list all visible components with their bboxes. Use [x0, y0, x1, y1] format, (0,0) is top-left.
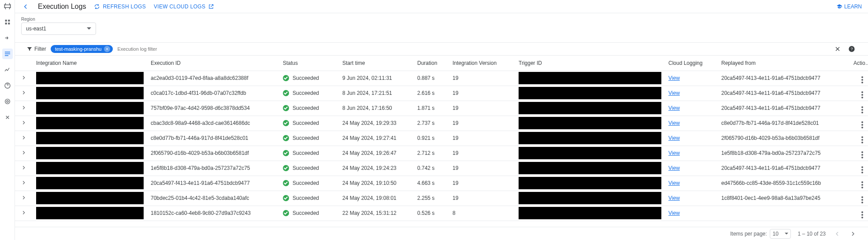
table-row[interactable]: c8e0d77b-fb71-446a-917d-8f41de528c01 Suc… — [15, 131, 868, 146]
view-cloud-log-link[interactable]: View — [668, 135, 680, 141]
row-actions-button[interactable] — [850, 161, 868, 176]
col-trigger-id[interactable]: Trigger ID — [515, 56, 665, 71]
status-text: Succeeded — [293, 75, 319, 81]
nav-logs-icon[interactable] — [2, 49, 13, 59]
region-select[interactable]: us-east1 — [21, 22, 96, 35]
cell-trigger-id — [515, 71, 665, 86]
nav-help-icon[interactable] — [2, 80, 13, 91]
redacted-block — [519, 132, 661, 144]
col-integration-version[interactable]: Integration Version — [449, 56, 515, 71]
cell-replayed-from — [718, 206, 850, 221]
view-cloud-logs-button[interactable]: VIEW CLOUD LOGS — [154, 4, 214, 10]
cell-duration: 0.742 s — [414, 161, 449, 176]
cell-duration: 4.663 s — [414, 176, 449, 191]
cell-integration-name — [33, 86, 147, 101]
expand-row-button[interactable] — [15, 176, 33, 191]
view-cloud-log-link[interactable]: View — [668, 150, 680, 156]
row-actions-button[interactable] — [850, 191, 868, 206]
col-execution-id[interactable]: Execution ID — [147, 56, 279, 71]
expand-row-button[interactable] — [15, 191, 33, 206]
expand-row-button[interactable] — [15, 206, 33, 221]
row-actions-button[interactable] — [850, 176, 868, 191]
table-row[interactable]: 757bf09e-97ac-4d42-9598-d6c3878dd534 Suc… — [15, 101, 868, 116]
row-actions-button[interactable] — [850, 101, 868, 116]
table-row[interactable]: 1810152c-ca60-4eb8-9c80-27d9a37c9243 Suc… — [15, 206, 868, 221]
redacted-block — [36, 177, 144, 189]
row-actions-button[interactable] — [850, 206, 868, 221]
cell-start-time: 8 Jun 2024, 17:21:51 — [339, 86, 414, 101]
view-cloud-log-link[interactable]: View — [668, 105, 680, 111]
expand-row-button[interactable] — [15, 131, 33, 146]
col-start-time[interactable]: Start time — [339, 56, 414, 71]
nav-connectors-icon[interactable] — [2, 112, 13, 123]
cell-start-time: 9 Jun 2024, 02:11:31 — [339, 71, 414, 86]
kebab-icon — [861, 76, 863, 83]
back-button[interactable] — [21, 2, 30, 11]
nav-dashboard-icon[interactable] — [2, 17, 13, 27]
clear-filter-button[interactable] — [833, 44, 842, 54]
filter-chip-remove[interactable] — [104, 46, 110, 52]
view-cloud-log-link[interactable]: View — [668, 120, 680, 126]
prev-page-button[interactable] — [833, 229, 842, 238]
table-row[interactable]: 70bdec25-01b4-4c42-81e5-3cdaba140afc Suc… — [15, 191, 868, 206]
cell-start-time: 24 May 2024, 19:29:33 — [339, 116, 414, 131]
cell-trigger-id — [515, 176, 665, 191]
learn-button[interactable]: LEARN — [836, 4, 862, 10]
cell-trigger-id — [515, 161, 665, 176]
view-cloud-log-link[interactable]: View — [668, 165, 680, 171]
col-integration-name[interactable]: Integration Name — [33, 56, 147, 71]
cell-execution-id: 70bdec25-01b4-4c42-81e5-3cdaba140afc — [147, 191, 279, 206]
view-cloud-log-link[interactable]: View — [668, 180, 680, 186]
redacted-block — [36, 147, 144, 159]
success-icon — [283, 135, 289, 141]
row-actions-button[interactable] — [850, 131, 868, 146]
expand-row-button[interactable] — [15, 101, 33, 116]
col-cloud-logging[interactable]: Cloud Logging — [665, 56, 718, 71]
row-actions-button[interactable] — [850, 86, 868, 101]
cell-integration-version: 19 — [449, 71, 515, 86]
expand-row-button[interactable] — [15, 71, 33, 86]
col-actions: Actions — [850, 56, 868, 71]
next-page-button[interactable] — [849, 229, 857, 238]
cell-duration: 0.526 s — [414, 206, 449, 221]
cell-execution-id: c8e0d77b-fb71-446a-917d-8f41de528c01 — [147, 131, 279, 146]
status-text: Succeeded — [293, 150, 319, 156]
expand-row-button[interactable] — [15, 116, 33, 131]
chevron-left-icon — [834, 230, 841, 237]
view-cloud-log-link[interactable]: View — [668, 75, 680, 81]
row-actions-button[interactable] — [850, 116, 868, 131]
cell-status: Succeeded — [279, 101, 339, 116]
filter-toggle[interactable]: Filter — [26, 46, 46, 52]
expand-row-button[interactable] — [15, 86, 33, 101]
expand-row-button[interactable] — [15, 146, 33, 161]
refresh-logs-button[interactable]: REFRESH LOGS — [94, 4, 146, 10]
view-cloud-log-link[interactable]: View — [668, 195, 680, 201]
nav-settings-icon[interactable] — [2, 96, 13, 107]
view-cloud-log-link[interactable]: View — [668, 90, 680, 96]
nav-integrations-icon[interactable] — [2, 33, 13, 43]
row-actions-button[interactable] — [850, 71, 868, 86]
table-row[interactable]: 1e5f8b18-d308-479a-bd0a-257237a72c75 Suc… — [15, 161, 868, 176]
row-actions-button[interactable] — [850, 146, 868, 161]
table-row[interactable]: cbac3dc8-98a9-4468-a3cd-cae3614686dc Suc… — [15, 116, 868, 131]
cell-integration-name — [33, 206, 147, 221]
cell-integration-name — [33, 116, 147, 131]
kebab-icon — [861, 166, 863, 173]
table-row[interactable]: 2f065790-d16b-4029-b53a-b6b03b6581df Suc… — [15, 146, 868, 161]
col-status[interactable]: Status — [279, 56, 339, 71]
filter-help-button[interactable]: ? — [847, 44, 857, 54]
filter-chip[interactable]: test-masking-pranshu — [51, 45, 113, 53]
redacted-block — [36, 87, 144, 99]
page-size-select[interactable]: 10 — [770, 229, 791, 239]
col-replayed-from[interactable]: Replayed from — [718, 56, 850, 71]
table-row[interactable]: c0ca017c-1dbd-4f31-96db-07a07c32ffdb Suc… — [15, 86, 868, 101]
expand-row-button[interactable] — [15, 161, 33, 176]
view-cloud-log-link[interactable]: View — [668, 210, 680, 216]
status-text: Succeeded — [293, 195, 319, 201]
table-row[interactable]: ac2ea0d3-0119-47ed-8faa-a8a8dc62388f Suc… — [15, 71, 868, 86]
nav-monitoring-icon[interactable] — [2, 64, 13, 75]
table-row[interactable]: 20ca5497-f413-4e11-91a6-4751bdcb9477 Suc… — [15, 176, 868, 191]
col-duration[interactable]: Duration — [414, 56, 449, 71]
filter-input[interactable] — [117, 46, 471, 52]
cell-integration-version: 19 — [449, 116, 515, 131]
